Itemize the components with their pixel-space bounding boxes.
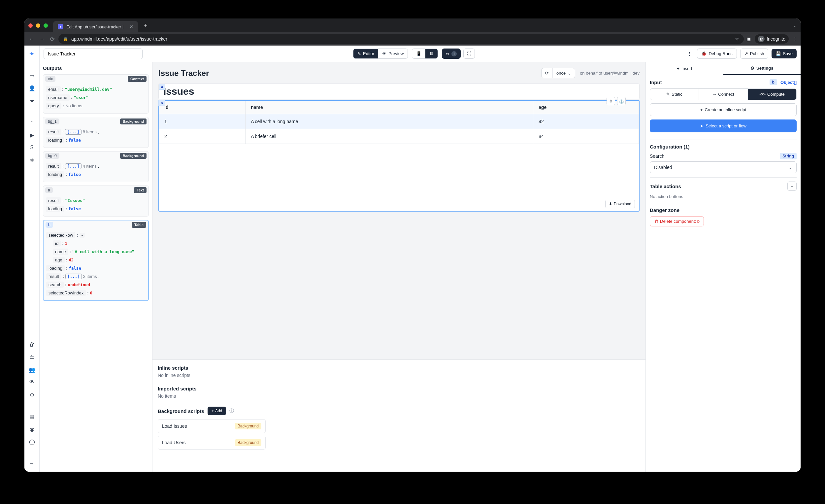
select-script-button[interactable]: ➤ Select a script or flow [650, 120, 797, 132]
menu-icon[interactable]: ⋮ [793, 36, 797, 42]
static-mode[interactable]: ✎Static [650, 89, 699, 100]
config-title: Configuration (1) [650, 144, 690, 149]
molecule-icon[interactable]: ⚛ [27, 155, 37, 165]
window-close[interactable] [28, 23, 33, 28]
inline-scripts-title: Inline scripts [158, 365, 266, 371]
add-action-button[interactable]: + [788, 182, 797, 191]
no-actions-text: No action buttons [650, 194, 797, 199]
star-icon[interactable]: ★ [27, 96, 37, 105]
anchor-handle-icon[interactable]: ⚓ [617, 97, 626, 105]
windmill-logo-icon[interactable]: ✦ [27, 49, 37, 59]
table-row[interactable]: 2 A briefer cell 84 [159, 129, 639, 144]
search-config-label: Search [650, 153, 664, 159]
workspace-icon[interactable]: ▭ [27, 71, 37, 80]
pencil-icon: ✎ [666, 92, 670, 97]
output-block-a[interactable]: a Text result:"Issues" loading:false [43, 186, 149, 217]
star-icon[interactable]: ☆ [735, 36, 739, 42]
reload-icon[interactable]: ⟳ [49, 34, 56, 44]
editor-preview-toggle: ✎ Editor 👁 Preview [353, 49, 408, 59]
window-minimize[interactable] [36, 23, 40, 28]
dollar-icon[interactable]: $ [27, 143, 37, 152]
discord-icon[interactable]: ◉ [27, 424, 37, 434]
github-icon[interactable]: ◯ [27, 437, 37, 447]
user-icon[interactable]: 👤 [27, 83, 37, 93]
component-badge: b [769, 79, 777, 85]
fullscreen-icon[interactable]: ⛶ [463, 49, 475, 59]
insert-tab[interactable]: + Insert [646, 62, 723, 75]
download-button[interactable]: ⬇ Download [605, 200, 635, 208]
output-block-b[interactable]: b Table selectedRow:- id:1 name:"A cell … [43, 220, 149, 301]
left-rail: ✦ ▭ 👤 ★ ⌂ ▶ $ ⚛ 🗑 🗀 👥 👁 ⚙ ▤ ◉ ◯ → [24, 46, 40, 472]
windmill-favicon: ✦ [58, 24, 63, 29]
bg-script-row[interactable]: Load Users Background [158, 436, 266, 449]
imported-scripts-title: Imported scripts [158, 386, 266, 391]
output-block-ctx[interactable]: ctx Context email:"user@windmill.dev" us… [43, 74, 149, 114]
bg-scripts-title: Background scripts [158, 408, 204, 414]
create-inline-script-button[interactable]: + Create an inline script [650, 103, 797, 116]
folder-icon[interactable]: 🗀 [27, 352, 37, 362]
url-input[interactable]: 🔒 app.windmill.dev/apps/edit/u/user/issu… [58, 34, 744, 44]
connect-mode[interactable]: →Connect [699, 89, 747, 100]
move-handle-icon[interactable]: ✥ [607, 97, 615, 105]
url-text: app.windmill.dev/apps/edit/u/user/issue-… [71, 36, 167, 42]
editor-tab[interactable]: ✎ Editor [354, 49, 378, 58]
pencil-icon: ✎ [357, 51, 361, 56]
refresh-mode-dropdown[interactable]: once⌄ [552, 68, 575, 78]
table-row[interactable]: 1 A cell with a long name 42 [159, 114, 639, 129]
download-icon: ⬇ [609, 202, 612, 206]
app-name-input[interactable] [44, 49, 143, 59]
debug-runs-button[interactable]: 🐞 Debug Runs [697, 49, 737, 59]
preview-tab[interactable]: 👁 Preview [378, 49, 407, 58]
delete-component-button[interactable]: 🗑 Delete component: b [650, 216, 704, 226]
extensions-icon[interactable]: ▣ [746, 36, 751, 42]
info-icon[interactable]: ⓘ [229, 408, 234, 414]
window-maximize[interactable] [44, 23, 48, 28]
book-icon[interactable]: ▤ [27, 412, 37, 422]
refresh-icon[interactable]: ⟳ [541, 68, 552, 78]
search-type-badge: String [780, 153, 797, 159]
danger-zone-title: Danger zone [650, 207, 679, 213]
trash-icon[interactable]: 🗑 [27, 340, 37, 350]
output-block-bg1[interactable]: bg_1 Background result:[...]8 items, loa… [43, 117, 149, 148]
new-tab-icon[interactable]: + [144, 22, 148, 29]
play-icon[interactable]: ▶ [27, 130, 37, 140]
incognito-badge[interactable]: ◐ Incognito [755, 34, 789, 44]
data-table: id name age 1 A cell with a long name [159, 101, 639, 144]
output-block-bg0[interactable]: bg_0 Background result:[...]4 items, loa… [43, 151, 149, 182]
input-type: Object[] [780, 80, 797, 85]
save-button[interactable]: 💾 Save [771, 49, 797, 58]
mobile-icon[interactable]: 📱 [412, 49, 425, 58]
browser-tab[interactable]: ✦ Edit App u/user/issue-tracker | ✕ [53, 21, 138, 32]
component-b-table[interactable]: ✥ ⚓ id name age [158, 100, 640, 212]
layout-icon: ⇔ [446, 51, 449, 56]
refresh-control: ⟳ once⌄ [541, 68, 575, 78]
more-menu-icon[interactable]: ⋮ [685, 51, 694, 56]
canvas[interactable]: Issue Tracker ⟳ once⌄ on behalf of user@… [152, 62, 646, 359]
col-name[interactable]: name [245, 101, 533, 114]
close-icon[interactable]: ✕ [129, 24, 133, 29]
chrome-tab-strip: ✦ Edit App u/user/issue-tracker | ✕ + ⌄ [24, 18, 801, 32]
viewport-toggle: 📱 🖥 [412, 49, 438, 59]
gear-icon[interactable]: ⚙ [27, 390, 37, 400]
eye-icon[interactable]: 👁 [27, 377, 37, 387]
chrome-url-bar: ← → ⟳ 🔒 app.windmill.dev/apps/edit/u/use… [24, 32, 801, 46]
plus-icon: + [677, 66, 679, 71]
component-a-text[interactable]: a Issues [158, 83, 640, 99]
publish-button[interactable]: ↗ Publish [740, 49, 768, 59]
top-toolbar: ✎ Editor 👁 Preview 📱 🖥 [40, 46, 801, 62]
bg-script-row[interactable]: Load Issues Background [158, 419, 266, 433]
compute-mode[interactable]: </>Compute [747, 89, 796, 100]
desktop-icon[interactable]: 🖥 [425, 49, 438, 58]
team-icon[interactable]: 👥 [27, 365, 37, 375]
home-icon[interactable]: ⌂ [27, 118, 37, 127]
back-icon[interactable]: ← [28, 34, 35, 43]
col-id[interactable]: id [159, 101, 245, 114]
arrow-right-icon[interactable]: → [27, 458, 37, 469]
settings-tab[interactable]: ⚙ Settings [723, 62, 801, 75]
layout-info-button[interactable]: ⇔ i [442, 49, 461, 59]
code-icon: </> [759, 92, 766, 97]
add-bg-script-button[interactable]: + Add [208, 407, 226, 415]
link-icon: → [712, 92, 717, 97]
search-select[interactable]: Disabled ⌄ [650, 161, 797, 173]
chevron-down-icon[interactable]: ⌄ [793, 23, 797, 28]
